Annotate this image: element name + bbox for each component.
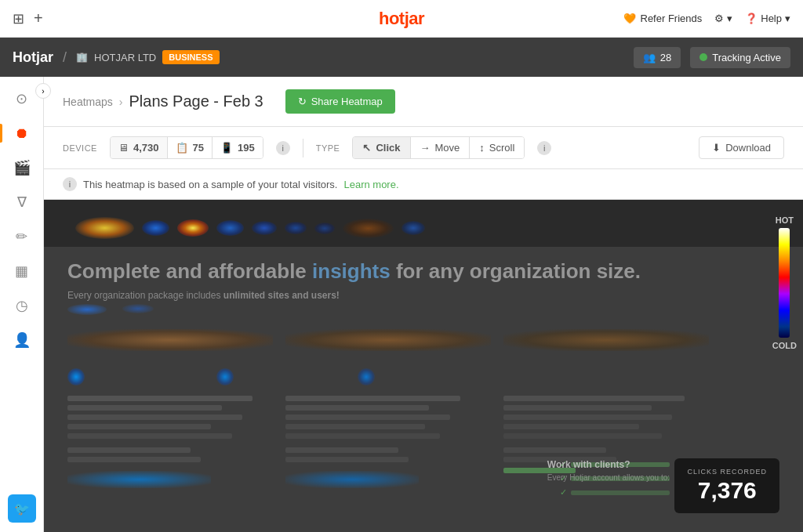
heading-main: Complete and affordable (67, 259, 312, 283)
breadcrumb-heatmaps-link[interactable]: Heatmaps (63, 96, 113, 108)
sidebar-item-history[interactable]: ◷ (6, 290, 38, 321)
refer-friends-button[interactable]: 🧡 Refer Friends (623, 13, 703, 24)
share-label: Share Heatmap (311, 96, 383, 107)
hotjar-logo: hotjar (379, 9, 424, 29)
plan-2 (285, 329, 491, 351)
sidebar-item-reports[interactable]: ▦ (6, 255, 38, 287)
feature-blob-1 (67, 368, 85, 385)
heading-accent: insights (312, 259, 391, 283)
device-label: DEVICE (63, 143, 97, 153)
tracking-dot (699, 53, 707, 61)
heatmap-heading: Complete and affordable insights for any… (67, 259, 709, 285)
breadcrumb-separator: › (119, 96, 123, 108)
share-heatmap-button[interactable]: ↻ Share Heatmap (285, 89, 395, 114)
sidebar-item-heatmaps[interactable]: ✏ (6, 221, 38, 252)
plan-3 (503, 329, 709, 351)
refer-friends-label: Refer Friends (641, 13, 703, 24)
share-icon: ↻ (298, 96, 307, 107)
twitter-icon: 🐦 (14, 501, 30, 516)
scroll-icon: ↕ (479, 142, 485, 154)
sidebar-item-funnels[interactable]: ∇ (6, 186, 38, 218)
site-icon: 🏢 (76, 52, 88, 63)
question-icon: ❓ (745, 13, 758, 24)
recordings-icon: ⏺ (15, 125, 29, 142)
type-label: TYPE (316, 143, 340, 153)
sidebar-collapse-button[interactable]: › (35, 83, 51, 99)
heatmap-area: Complete and affordable insights for any… (44, 200, 803, 532)
sub-nav-right: 👥 28 Tracking Active (634, 47, 790, 68)
heatmap-heading-area: Complete and affordable insights for any… (67, 259, 709, 315)
funnels-icon: ∇ (17, 194, 27, 211)
reports-icon: ▦ (15, 262, 28, 280)
site-info: 🏢 HOTJAR LTD BUSINESS (76, 50, 219, 64)
heart-icon: 🧡 (623, 13, 636, 24)
device-info-icon[interactable]: i (276, 141, 290, 155)
sidebar: › ⊙ ⏺ 🎬 ∇ ✏ ▦ ◷ 👤 🐦 (0, 77, 44, 532)
desktop-device-button[interactable]: 🖥 4,730 (111, 137, 168, 158)
top-nav-right: 🧡 Refer Friends ⚙ ▾ ❓ Help ▾ (623, 13, 791, 24)
help-chevron: ▾ (785, 13, 790, 24)
tablet-device-button[interactable]: 📋 75 (168, 137, 213, 158)
add-icon[interactable]: + (34, 9, 43, 27)
page-title: Plans Page - Feb 3 (129, 92, 263, 110)
settings-chevron: ▾ (727, 13, 732, 24)
legend-gradient (779, 228, 790, 338)
business-badge: BUSINESS (162, 50, 219, 64)
users-count: 28 (660, 52, 671, 63)
type-buttons-group: ↖ Click → Move ↕ Scroll (352, 136, 525, 159)
twitter-button[interactable]: 🐦 (8, 494, 36, 523)
top-nav-left: ⊞ + (13, 9, 43, 27)
clicks-label: CLICKS RECORDED (687, 468, 767, 476)
dashboard-icon: ⊙ (16, 90, 27, 107)
controls-separator (303, 139, 303, 157)
move-icon: → (420, 142, 431, 154)
sidebar-item-recordings[interactable]: ⏺ (6, 118, 38, 149)
type-info-icon[interactable]: i (537, 141, 551, 155)
sidebar-item-video[interactable]: 🎬 (6, 152, 38, 183)
settings-button[interactable]: ⚙ ▾ (714, 13, 732, 24)
tracking-status-button[interactable]: Tracking Active (690, 47, 790, 68)
heading-end: for any organization size. (391, 259, 641, 283)
info-bar-text: This heatmap is based on a sample of you… (83, 179, 337, 190)
click-type-button[interactable]: ↖ Click (353, 137, 410, 158)
users-count-button[interactable]: 👥 28 (634, 47, 681, 68)
cold-label: COLD (772, 341, 797, 350)
info-bar: i This heatmap is based on a sample of y… (44, 169, 803, 200)
users-sidebar-icon: 👤 (13, 331, 31, 349)
mobile-count: 195 (238, 142, 255, 154)
info-bar-icon: i (63, 177, 77, 191)
gear-icon: ⚙ (714, 13, 724, 24)
heatmap-legend: HOT COLD (772, 215, 797, 350)
main-content: Heatmaps › Plans Page - Feb 3 ↻ Share He… (44, 77, 803, 532)
move-type-button[interactable]: → Move (411, 137, 471, 158)
subheading-bold: unlimited sites and users! (223, 290, 340, 301)
history-icon: ◷ (16, 297, 28, 314)
scroll-label: Scroll (489, 142, 515, 154)
device-buttons-group: 🖥 4,730 📋 75 📱 195 (110, 136, 263, 159)
sub-navigation: Hotjar / 🏢 HOTJAR LTD BUSINESS 👥 28 Trac… (0, 38, 803, 77)
subheading-text: Every organization package includes (67, 290, 223, 301)
plan-1 (67, 329, 273, 351)
mobile-icon: 📱 (220, 142, 233, 154)
download-label: Download (725, 142, 771, 154)
download-button[interactable]: ⬇ Download (699, 136, 784, 159)
scroll-type-button[interactable]: ↕ Scroll (470, 137, 524, 158)
grid-icon[interactable]: ⊞ (13, 10, 24, 27)
mobile-device-button[interactable]: 📱 195 (213, 137, 263, 158)
hot-label: HOT (776, 215, 794, 225)
help-button[interactable]: ❓ Help ▾ (745, 13, 790, 24)
breadcrumb: Heatmaps › Plans Page - Feb 3 (63, 92, 263, 110)
learn-more-link[interactable]: Learn more. (343, 179, 398, 190)
top-navigation: ⊞ + hotjar 🧡 Refer Friends ⚙ ▾ ❓ Help ▾ (0, 0, 803, 38)
clicks-recorded-box: CLICKS RECORDED 7,376 (674, 458, 779, 513)
sidebar-item-dashboard[interactable]: ⊙ (6, 83, 38, 114)
heatmap-subheading: Every organization package includes unli… (67, 290, 709, 301)
main-layout: › ⊙ ⏺ 🎬 ∇ ✏ ▦ ◷ 👤 🐦 (0, 77, 803, 532)
plans-row (67, 329, 709, 351)
brand-name: Hotjar (13, 49, 53, 66)
sidebar-item-users[interactable]: 👤 (6, 324, 38, 356)
clients-title: Work with clients? (547, 459, 670, 470)
feature-blob-2 (216, 368, 234, 385)
page-header: Heatmaps › Plans Page - Feb 3 ↻ Share He… (44, 77, 803, 127)
controls-bar: DEVICE 🖥 4,730 📋 75 📱 195 i TYPE (44, 127, 803, 169)
